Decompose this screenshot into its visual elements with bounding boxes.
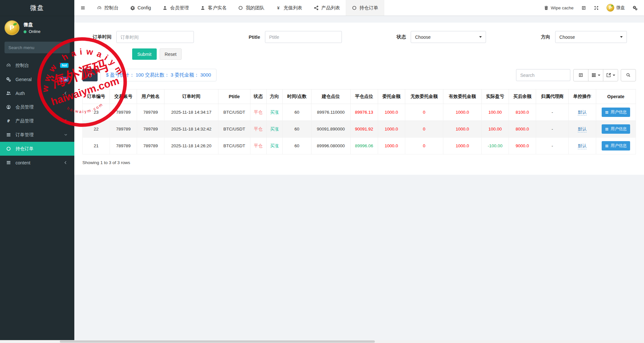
- table-cell: 789789: [137, 104, 164, 121]
- user-info-button[interactable]: 用户信息: [602, 141, 630, 151]
- list-icon: [605, 110, 609, 114]
- table-cell: 1000.0: [443, 104, 481, 121]
- sidebar-search-button[interactable]: [69, 42, 70, 53]
- main-content: 订单时间 Ptitle 状态 Choose 方向 Choose: [74, 16, 644, 343]
- sidebar-item-label: Auth: [16, 91, 25, 96]
- table-cell: 1000.0: [443, 121, 481, 138]
- ptitle-input[interactable]: [265, 31, 342, 43]
- users-icon: [6, 91, 11, 96]
- horizontal-scrollbar[interactable]: [0, 340, 644, 343]
- expand-icon: [594, 5, 599, 10]
- reset-button[interactable]: Reset: [160, 48, 182, 60]
- table-cell: 60: [282, 138, 311, 154]
- settings-button[interactable]: [633, 5, 638, 10]
- pagination-toggle-button[interactable]: [573, 69, 588, 81]
- tab-my-team[interactable]: 我的团队: [232, 0, 270, 16]
- chevron-down-icon: [598, 75, 600, 76]
- export-button[interactable]: [603, 69, 618, 81]
- sidebar-item-position-orders[interactable]: 持仓订单: [0, 142, 74, 156]
- table-cell: 60: [282, 121, 311, 138]
- table-cell: 2025-11-18 14:32:42: [164, 121, 218, 138]
- tab-label: 控制台: [104, 5, 119, 11]
- sidebar-item-auth[interactable]: Auth: [0, 86, 74, 100]
- fullscreen-button[interactable]: [594, 5, 599, 10]
- table-header-cell: 方向: [266, 89, 282, 104]
- table-header-cell: 时间/点数: [282, 89, 311, 104]
- table-cell: 1000.0: [378, 121, 405, 138]
- trash-icon: [544, 5, 549, 10]
- sidebar-toggle-button[interactable]: [74, 0, 91, 16]
- submit-button[interactable]: Submit: [132, 48, 157, 60]
- table-cell: 平仓: [250, 138, 266, 154]
- language-button[interactable]: [581, 5, 586, 10]
- table-header-cell: 平仓点位: [350, 89, 378, 104]
- table-cell: 0: [405, 138, 443, 154]
- user-menu-label: 微盘: [616, 5, 625, 11]
- direction-select[interactable]: Choose: [555, 31, 627, 43]
- tab-label: 会员管理: [170, 5, 189, 11]
- tab-recharge-list[interactable]: ¥充值列表: [270, 0, 308, 16]
- table-cell: 买涨: [266, 121, 282, 138]
- gears-icon: [6, 77, 11, 82]
- table-header-cell: 状态: [250, 89, 266, 104]
- wipe-cache-button[interactable]: Wipe cache: [544, 5, 574, 10]
- svg-text:¥: ¥: [277, 5, 280, 10]
- table-header-cell: 委托金额: [378, 89, 405, 104]
- list-icon: [605, 127, 609, 131]
- table-search-input[interactable]: [516, 69, 570, 81]
- order-time-input[interactable]: [116, 31, 194, 43]
- table-cell: 平仓: [250, 104, 266, 121]
- table-view-buttons: [573, 69, 618, 81]
- sidebar-item-member-manage[interactable]: 会员管理: [0, 100, 74, 114]
- tab-label: 产品列表: [321, 5, 340, 11]
- tab-member-manage[interactable]: 会员管理: [157, 0, 195, 16]
- table-header-cell: 买后余额: [509, 89, 536, 104]
- language-icon: [581, 5, 586, 10]
- chevron-down-icon: [613, 75, 615, 76]
- wipe-cache-label: Wipe cache: [551, 5, 574, 10]
- sidebar-user-panel: P 微盘 Online: [0, 16, 74, 39]
- table-cell: 默认: [569, 138, 596, 154]
- user-menu[interactable]: P 微盘: [607, 4, 625, 12]
- single-control-link[interactable]: 默认: [578, 127, 586, 132]
- table-cell: 789789: [110, 121, 137, 138]
- user-info-button[interactable]: 用户信息: [602, 108, 630, 117]
- sidebar-item-content[interactable]: content: [0, 156, 74, 170]
- user-info-button[interactable]: 用户信息: [602, 124, 630, 134]
- list-icon: [6, 160, 11, 165]
- avatar: P: [607, 4, 614, 12]
- tab-customer-kyc[interactable]: 客户实名: [195, 0, 232, 16]
- table-cell: 21: [83, 138, 110, 154]
- tab-config[interactable]: Config: [124, 0, 157, 16]
- search-toggle-button[interactable]: [621, 69, 636, 81]
- menu-icon: [80, 5, 85, 10]
- columns-button[interactable]: [588, 69, 603, 81]
- table-header-cell: 归属代理商: [536, 89, 569, 104]
- single-control-link[interactable]: 默认: [578, 143, 586, 149]
- filter-buttons: Submit Reset: [132, 48, 636, 60]
- sidebar-item-dashboard[interactable]: 控制台hot: [0, 58, 74, 72]
- sidebar-item-product-manage[interactable]: ₽产品管理: [0, 114, 74, 128]
- refresh-button[interactable]: [82, 69, 98, 81]
- tab-position-orders[interactable]: 持仓订单: [346, 0, 384, 16]
- sidebar-search-input[interactable]: [5, 42, 69, 53]
- table-cell: 1000.0: [443, 138, 481, 154]
- single-control-link[interactable]: 默认: [578, 110, 586, 116]
- table-cell: 100.00: [481, 104, 509, 121]
- table-header-cell: 实际盈亏: [481, 89, 509, 104]
- sidebar-user-name: 微盘: [24, 22, 40, 28]
- table-cell: 买涨: [266, 104, 282, 121]
- sidebar-item-order-manage[interactable]: 订单管理: [0, 128, 74, 142]
- sidebar-item-label: 控制台: [16, 63, 29, 68]
- chevron-left-icon: [63, 119, 69, 123]
- sidebar-search: [5, 42, 70, 53]
- export-icon: [606, 73, 611, 78]
- tab-product-list[interactable]: 产品列表: [308, 0, 346, 16]
- user-icon: [163, 5, 167, 10]
- status-select[interactable]: Choose: [411, 31, 486, 43]
- circle-icon: [6, 146, 11, 151]
- sidebar-item-general[interactable]: Generalnew: [0, 72, 74, 86]
- tab-dashboard[interactable]: 控制台: [91, 0, 124, 16]
- scrollbar-thumb[interactable]: [60, 340, 375, 343]
- chevron-left-icon: [63, 91, 69, 95]
